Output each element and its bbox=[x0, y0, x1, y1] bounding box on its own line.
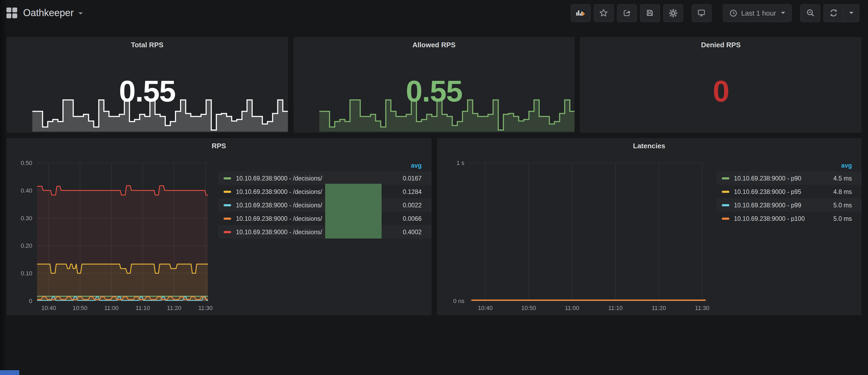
navbar: Oathkeeper bbox=[0, 0, 868, 26]
graph-panels-row: RPS 0.500.400.300.200.10010:4010:5011:00… bbox=[6, 138, 862, 315]
stat-value: 0.55 bbox=[6, 76, 288, 107]
rps-legend: avg 10.10.69.238:9000 - /decisions/ 0.01… bbox=[218, 160, 431, 239]
series-label[interactable]: 10.10.69.238:9000 - p90 bbox=[734, 175, 824, 181]
svg-text:11:00: 11:00 bbox=[565, 305, 579, 311]
series-avg-value: 4.5 ms bbox=[824, 175, 852, 181]
svg-text:0.40: 0.40 bbox=[21, 187, 32, 194]
series-color-swatch[interactable] bbox=[721, 217, 729, 219]
panel-title[interactable]: RPS bbox=[6, 142, 431, 150]
latencies-legend: avg 10.10.69.238:9000 - p90 4.5 ms 10.10… bbox=[716, 160, 862, 225]
svg-text:10:40: 10:40 bbox=[41, 305, 56, 311]
legend-avg-header: avg bbox=[218, 160, 431, 171]
series-avg-value: 0.0022 bbox=[394, 202, 422, 208]
zoom-out-button[interactable] bbox=[800, 4, 820, 22]
series-avg-value: 0.0167 bbox=[394, 175, 422, 181]
refresh-interval-dropdown[interactable] bbox=[843, 5, 859, 21]
svg-text:11:00: 11:00 bbox=[104, 305, 119, 311]
legend-row[interactable]: 10.10.69.238:9000 - p100 5.0 ms bbox=[716, 212, 862, 225]
panel-title[interactable]: Allowed RPS bbox=[293, 41, 575, 49]
legend-row[interactable]: 10.10.69.238:9000 - /decisions/ 0.4002 bbox=[218, 225, 431, 239]
dashboards-grid-icon[interactable] bbox=[6, 7, 17, 18]
svg-text:11:20: 11:20 bbox=[167, 305, 181, 311]
share-icon bbox=[623, 9, 631, 17]
settings-button[interactable] bbox=[663, 4, 683, 22]
add-panel-icon bbox=[576, 9, 586, 17]
series-label[interactable]: 10.10.69.238:9000 - p99 bbox=[734, 202, 824, 208]
refresh-button-group bbox=[824, 4, 859, 22]
svg-text:0.10: 0.10 bbox=[21, 270, 32, 277]
navbar-toolbar: Last 1 hour bbox=[567, 4, 859, 22]
series-color-swatch[interactable] bbox=[721, 204, 729, 206]
svg-text:11:10: 11:10 bbox=[135, 305, 150, 311]
svg-text:0.20: 0.20 bbox=[21, 242, 32, 249]
caret-down-icon bbox=[781, 12, 785, 16]
zoom-out-icon bbox=[806, 9, 814, 17]
panel-rps-graph: RPS 0.500.400.300.200.10010:4010:5011:00… bbox=[6, 138, 431, 315]
series-avg-value: 0.0066 bbox=[394, 215, 422, 222]
star-icon bbox=[599, 9, 608, 17]
grafana-dashboard: Oathkeeper bbox=[0, 0, 868, 375]
svg-text:11:20: 11:20 bbox=[651, 305, 665, 311]
refresh-icon bbox=[829, 9, 838, 17]
dashboard-title[interactable]: Oathkeeper bbox=[23, 7, 74, 19]
share-button[interactable] bbox=[617, 4, 637, 22]
stat-value: 0.55 bbox=[293, 76, 575, 107]
series-avg-value: 4.8 ms bbox=[824, 188, 852, 195]
series-label[interactable]: 10.10.69.238:9000 - p95 bbox=[734, 188, 824, 195]
panel-allowed-rps: Allowed RPS 0.55 bbox=[293, 37, 575, 133]
svg-text:0.50: 0.50 bbox=[21, 160, 32, 166]
add-row-button[interactable] bbox=[0, 370, 19, 375]
panel-title[interactable]: Latencies bbox=[437, 142, 862, 150]
save-icon bbox=[646, 9, 654, 17]
panel-latencies-graph: Latencies 1 s0 ns10:4010:5011:0011:1011:… bbox=[437, 138, 862, 315]
legend-row[interactable]: 10.10.69.238:9000 - /decisions/ 0.0022 bbox=[218, 198, 431, 212]
legend-avg-header: avg bbox=[716, 160, 862, 171]
legend-row[interactable]: 10.10.69.238:9000 - p99 5.0 ms bbox=[716, 198, 862, 212]
legend-row[interactable]: 10.10.69.238:9000 - p95 4.8 ms bbox=[716, 185, 862, 198]
save-button[interactable] bbox=[640, 4, 660, 22]
green-overlay bbox=[325, 184, 381, 239]
panel-title[interactable]: Total RPS bbox=[6, 41, 288, 49]
series-avg-value: 0.1284 bbox=[394, 188, 422, 195]
svg-text:10:50: 10:50 bbox=[72, 305, 87, 311]
series-avg-value: 5.0 ms bbox=[824, 202, 852, 208]
refresh-button[interactable] bbox=[824, 5, 843, 21]
caret-down-icon bbox=[849, 12, 854, 16]
series-color-swatch[interactable] bbox=[224, 204, 231, 206]
series-color-swatch[interactable] bbox=[224, 231, 231, 233]
gear-icon bbox=[669, 8, 678, 18]
stat-value: 0 bbox=[580, 76, 862, 107]
legend-row[interactable]: 10.10.69.238:9000 - p90 4.5 ms bbox=[716, 171, 862, 185]
svg-text:10:40: 10:40 bbox=[477, 305, 492, 311]
svg-text:10:50: 10:50 bbox=[521, 305, 536, 311]
svg-text:11:30: 11:30 bbox=[198, 305, 213, 311]
series-color-swatch[interactable] bbox=[224, 190, 231, 193]
svg-text:0 ns: 0 ns bbox=[453, 298, 464, 304]
svg-text:0.30: 0.30 bbox=[21, 215, 32, 222]
stat-panels-row: Total RPS 0.55 Allowed RPS 0.55 Denied R… bbox=[6, 37, 862, 133]
tv-mode-button[interactable] bbox=[692, 4, 712, 22]
add-panel-button[interactable] bbox=[571, 4, 591, 22]
legend-row[interactable]: 10.10.69.238:9000 - /decisions/ 0.0066 bbox=[218, 212, 431, 225]
series-label[interactable]: 10.10.69.238:9000 - p100 bbox=[734, 215, 824, 222]
series-label[interactable]: 10.10.69.238:9000 - /decisions/ bbox=[236, 175, 394, 181]
series-avg-value: 5.0 ms bbox=[824, 215, 852, 222]
panel-total-rps: Total RPS 0.55 bbox=[6, 37, 288, 133]
svg-text:11:30: 11:30 bbox=[695, 305, 709, 311]
panel-denied-rps: Denied RPS 0 bbox=[580, 37, 862, 133]
series-color-swatch[interactable] bbox=[721, 177, 729, 179]
legend-row[interactable]: 10.10.69.238:9000 - /decisions/ 0.0167 bbox=[218, 171, 431, 185]
series-avg-value: 0.4002 bbox=[394, 228, 422, 235]
series-color-swatch[interactable] bbox=[224, 217, 231, 219]
panel-title[interactable]: Denied RPS bbox=[580, 41, 862, 49]
tv-icon bbox=[698, 9, 706, 17]
star-button[interactable] bbox=[594, 4, 614, 22]
series-color-swatch[interactable] bbox=[224, 177, 231, 179]
series-color-swatch[interactable] bbox=[721, 190, 729, 193]
clock-icon bbox=[729, 9, 737, 17]
navbar-left: Oathkeeper bbox=[6, 7, 83, 19]
time-picker-button[interactable]: Last 1 hour bbox=[723, 4, 792, 22]
time-range-label: Last 1 hour bbox=[741, 9, 776, 17]
legend-row[interactable]: 10.10.69.238:9000 - /decisions/ 0.1284 bbox=[218, 185, 431, 198]
chevron-down-icon[interactable] bbox=[79, 12, 83, 17]
